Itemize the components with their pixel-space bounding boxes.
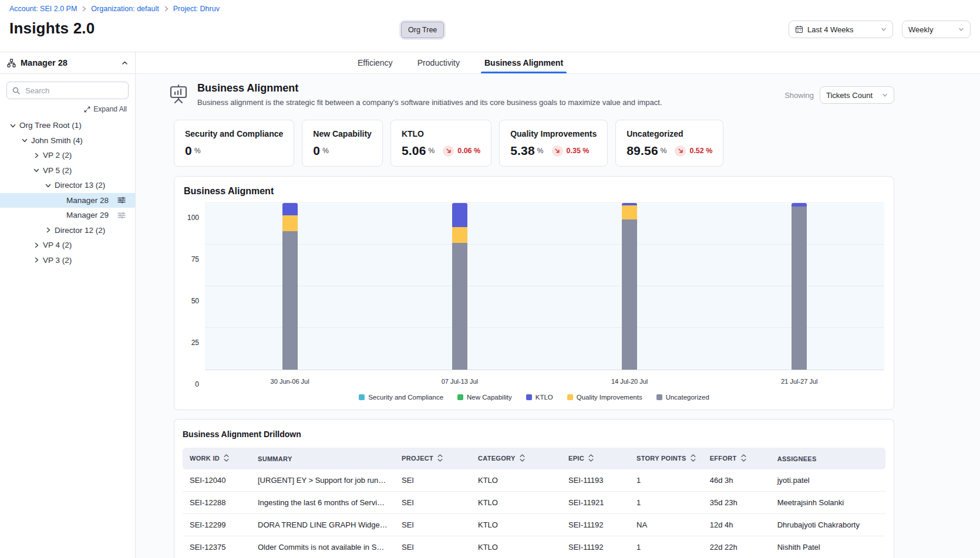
tree-item-vp-2-2[interactable]: VP 2 (2) [0, 148, 135, 163]
sort-icon[interactable] [520, 454, 525, 463]
legend-label: New Capability [467, 394, 512, 401]
legend-item-quality-improvements[interactable]: Quality Improvements [567, 394, 642, 401]
column-header-summary: Summary [251, 448, 395, 469]
tree-item-manager-28[interactable]: Manager 28 [0, 193, 135, 208]
stat-value: 5.38 [510, 144, 535, 158]
bar-segment-uncategorized [792, 207, 807, 370]
sort-icon[interactable] [437, 454, 443, 463]
sort-icon[interactable] [588, 454, 594, 463]
column-header-category[interactable]: Category [471, 448, 561, 469]
legend-label: Uncategorized [666, 394, 709, 401]
breadcrumb-link-account[interactable]: Account: SEI 2.0 PM [9, 5, 77, 13]
breadcrumb-link-organization[interactable]: Organization: default [91, 5, 159, 13]
section-title: Business Alignment [197, 82, 662, 94]
chevron-down-icon[interactable] [8, 121, 18, 130]
tree-item-vp-5-2[interactable]: VP 5 (2) [0, 163, 135, 178]
y-tick-label: 50 [191, 297, 199, 305]
column-header-epic[interactable]: Epic [561, 448, 629, 469]
legend-item-new-capability[interactable]: New Capability [457, 394, 512, 401]
expand-all-label: Expand All [93, 105, 127, 113]
legend-item-security-and-compliance[interactable]: Security and Compliance [359, 394, 443, 401]
date-range-value: Last 4 Weeks [807, 25, 854, 34]
tab-efficiency[interactable]: Efficiency [358, 52, 393, 73]
gridline [205, 286, 884, 286]
column-header-story-points[interactable]: Story Points [629, 448, 703, 469]
tab-business-alignment[interactable]: Business Alignment [484, 52, 563, 73]
tree-item-label: Org Tree Root (1) [19, 121, 82, 130]
filter-sliders-icon[interactable] [117, 196, 126, 204]
cell-project: SEI [395, 536, 471, 558]
cell-assignees: Meetrajsinh Solanki [770, 492, 885, 514]
cell-project: SEI [395, 469, 471, 492]
showing-select[interactable]: Tickets Count [820, 86, 894, 104]
bar-segment-ktlo [282, 203, 298, 215]
workspace: Manager 28 Expand All Org Tree Root (1)J… [0, 52, 980, 558]
breadcrumb-link-project[interactable]: Project: Dhruv [173, 5, 220, 13]
y-tick-label: 75 [191, 255, 199, 263]
tree-item-vp-3-2[interactable]: VP 3 (2) [0, 253, 135, 268]
sort-icon[interactable] [691, 454, 696, 463]
search-box [6, 82, 129, 99]
stat-card-uncategorized: Uncategorized89.56%0.52 % [615, 120, 723, 167]
bar-segment-uncategorized [282, 231, 298, 370]
chevron-down-icon[interactable] [20, 136, 29, 145]
tree-item-manager-29[interactable]: Manager 29 [0, 208, 135, 223]
sort-icon[interactable] [224, 454, 229, 463]
table-row[interactable]: SEI-12288Ingesting the last 6 months of … [183, 492, 885, 514]
tree-item-vp-4-2[interactable]: VP 4 (2) [0, 238, 135, 253]
chevron-down-icon[interactable] [43, 181, 53, 190]
legend-item-ktlo[interactable]: KTLO [526, 394, 553, 401]
table-row[interactable]: SEI-12299DORA TREND LINE GRAPH Widgets i… [183, 514, 885, 536]
tab-productivity[interactable]: Productivity [417, 52, 460, 73]
filter-sliders-icon[interactable] [117, 211, 126, 219]
sidebar: Manager 28 Expand All Org Tree Root (1)J… [0, 52, 136, 558]
bar-segment-ktlo [452, 203, 467, 227]
column-header-work-id[interactable]: Work ID [183, 448, 251, 469]
stat-card-title: KTLO [402, 129, 480, 138]
table-row[interactable]: SEI-12040[URGENT] EY > Support for job r… [183, 469, 885, 492]
chevron-down-icon[interactable] [32, 165, 41, 175]
section-description: Business alignment is the strategic fit … [197, 98, 662, 107]
chevron-up-icon[interactable] [122, 60, 128, 66]
chevron-right-icon[interactable] [32, 241, 41, 250]
chart-title: Business Alignment [184, 186, 884, 197]
sidebar-header[interactable]: Manager 28 [0, 52, 135, 74]
breadcrumb: Account: SEI 2.0 PMOrganization: default… [9, 5, 220, 13]
chevron-right-icon[interactable] [43, 225, 53, 235]
top-header: Account: SEI 2.0 PMOrganization: default… [0, 0, 980, 52]
y-axis: 0255075100 [184, 204, 205, 385]
column-header-effort[interactable]: Effort [703, 448, 770, 469]
tree-item-john-smith-4[interactable]: John Smith (4) [0, 133, 135, 148]
plot-wrap: 30 Jun-06 Jul07 Jul-13 Jul14 Jul-20 Jul2… [205, 204, 884, 385]
tree-item-org-tree-root-1[interactable]: Org Tree Root (1) [0, 118, 135, 133]
cell-work-id: SEI-12299 [183, 514, 251, 536]
bar-segment-quality-improvements [622, 205, 637, 219]
cell-summary: DORA TREND LINE GRAPH Widgets is n... [251, 514, 395, 536]
tree-item-label: VP 3 (2) [43, 256, 72, 265]
cell-effort: 22d 22h [703, 536, 770, 558]
expand-all-button[interactable]: Expand All [8, 105, 127, 113]
bar-segment-uncategorized [622, 219, 637, 370]
org-tree-button[interactable]: Org Tree [401, 22, 444, 38]
expand-all-icon [84, 106, 90, 113]
cell-effort: 46d 3h [703, 469, 770, 492]
table-row[interactable]: SEI-12375Older Commits is not available … [183, 536, 885, 558]
stat-delta: 0.06 % [457, 147, 480, 155]
drilldown-body: SEI-12040[URGENT] EY > Support for job r… [183, 469, 885, 558]
search-input[interactable] [24, 86, 123, 96]
date-range-select[interactable]: Last 4 Weeks [789, 21, 893, 38]
y-tick-label: 0 [195, 380, 199, 388]
chevron-right-icon[interactable] [32, 151, 41, 160]
legend-swatch [526, 394, 532, 400]
column-label: Story Points [637, 455, 686, 462]
tree-item-director-12-2[interactable]: Director 12 (2) [0, 223, 135, 238]
sort-icon[interactable] [741, 454, 746, 463]
content: Business Alignment Business alignment is… [136, 74, 980, 558]
legend-item-uncategorized[interactable]: Uncategorized [656, 394, 709, 401]
cell-summary: Older Commits is not available in SEI - … [251, 536, 395, 558]
tree-item-director-13-2[interactable]: Director 13 (2) [0, 178, 135, 193]
chevron-right-icon[interactable] [32, 255, 41, 265]
column-header-project[interactable]: Project [395, 448, 471, 469]
cell-story-points: 1 [629, 492, 703, 514]
granularity-select[interactable]: Weekly [902, 21, 971, 38]
